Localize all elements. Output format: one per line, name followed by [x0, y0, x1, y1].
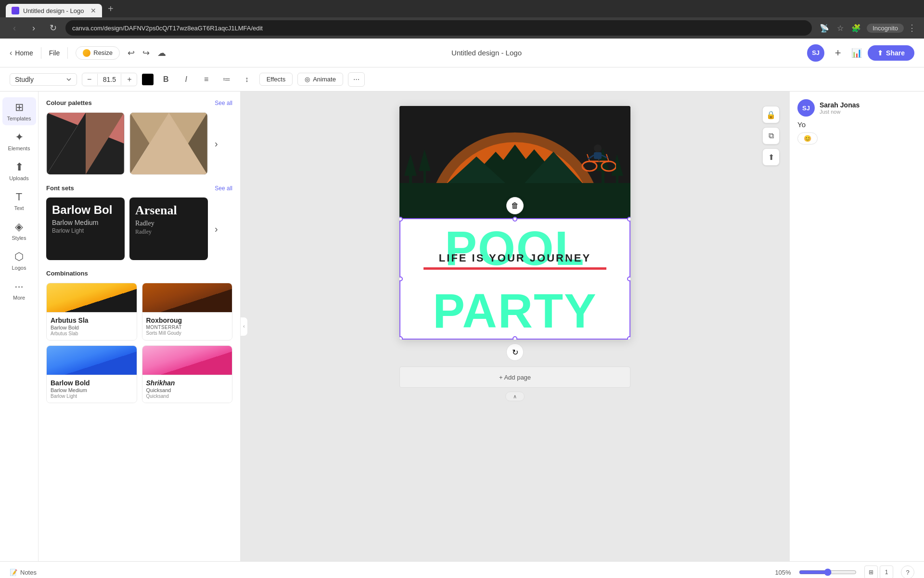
fit-view-button[interactable]: 1: [880, 565, 893, 578]
list-button[interactable]: ≔: [219, 72, 234, 87]
copy-tool-button[interactable]: ⧉: [762, 127, 780, 144]
colour-palettes-see-all[interactable]: See all: [215, 100, 232, 106]
combo-medium-3: Barlow Medium: [51, 387, 133, 393]
increase-size-button[interactable]: +: [122, 73, 136, 86]
notes-button[interactable]: 📝 Notes: [10, 569, 37, 576]
svg-point-26: [582, 161, 597, 171]
align-left-button[interactable]: ≡: [199, 72, 214, 87]
address-bar[interactable]: canva.com/design/DAFNV2ps0cQ/T17wz8eaGT6…: [65, 20, 812, 36]
sidebar-item-templates[interactable]: ⊞ Templates: [2, 97, 36, 125]
tab-title: Untitled design - Logo: [23, 7, 84, 14]
palette-svg-2: [130, 113, 207, 174]
home-button[interactable]: ‹ Home: [10, 49, 33, 57]
undo-button[interactable]: ↩: [128, 48, 135, 58]
save-button[interactable]: ☁: [157, 48, 166, 58]
lock-tool-button[interactable]: 🔒: [762, 106, 780, 123]
extensions-icon[interactable]: 🧩: [849, 22, 863, 35]
redo-button[interactable]: ↪: [142, 48, 150, 58]
add-page-button[interactable]: + Add page: [399, 367, 630, 388]
avatar-initials: SJ: [812, 49, 820, 56]
new-tab-button[interactable]: +: [104, 3, 117, 14]
toolbar-center: Untitled design - Logo: [174, 49, 799, 57]
sidebar-item-text[interactable]: T Text: [2, 187, 36, 215]
palette-card-1[interactable]: [46, 112, 125, 175]
back-button[interactable]: ‹: [8, 21, 21, 35]
browser-tab-active[interactable]: Untitled design - Logo ✕: [6, 4, 102, 17]
combo-bold-3: Barlow Bold: [51, 379, 133, 387]
colour-palettes-header: Colour palettes See all: [46, 99, 232, 106]
combo-card-shrikhan[interactable]: Shrikhan Quicksand Quicksand: [142, 345, 233, 403]
app-container: ‹ Home File Resize ↩ ↪ ☁ Untitled design…: [0, 39, 924, 578]
animate-label: Animate: [313, 76, 336, 83]
cast-icon[interactable]: 📡: [818, 22, 831, 35]
tab-close-button[interactable]: ✕: [90, 7, 96, 14]
browser-more-button[interactable]: ⋮: [908, 23, 916, 33]
combo-medium-1: Barlow Bold: [51, 325, 133, 330]
sidebar-label-text: Text: [14, 205, 24, 211]
effects-button[interactable]: Effects: [259, 73, 293, 86]
sidebar-item-elements[interactable]: ✦ Elements: [2, 127, 36, 155]
decrease-size-button[interactable]: −: [82, 73, 96, 86]
collapse-panel-button[interactable]: ‹: [240, 317, 248, 336]
sidebar-item-more[interactable]: ··· More: [2, 276, 36, 304]
canvas-area[interactable]: 🔒 ⧉ ⬆: [241, 92, 789, 561]
grid-view-button[interactable]: ⊞: [864, 565, 878, 578]
bold-button[interactable]: B: [158, 72, 174, 87]
font-sets-title: Font sets: [46, 184, 74, 192]
text-color-button[interactable]: [142, 74, 154, 85]
combo-card-roxborough[interactable]: Roxboroug MONTSERRAT Sorts Mill Goudy: [142, 283, 233, 341]
more-format-button[interactable]: ···: [348, 72, 365, 87]
combinations-section: Combinations Arbutus Sla Barlow Bold Arb…: [46, 270, 232, 403]
svg-rect-33: [594, 152, 602, 159]
forward-button[interactable]: ›: [27, 21, 40, 35]
combo-card-arbutus[interactable]: Arbutus Sla Barlow Bold Arbutus Slab: [46, 283, 137, 341]
palette-next-button[interactable]: ›: [213, 136, 220, 151]
file-button[interactable]: File: [49, 49, 60, 57]
share-button[interactable]: ⬆ Share: [868, 45, 914, 61]
uploads-icon: ⬆: [15, 161, 24, 173]
delete-element-button[interactable]: 🗑: [506, 197, 524, 214]
font-name-display: Studly: [15, 76, 34, 83]
palette-card-2[interactable]: [129, 112, 208, 175]
add-collaborator-button[interactable]: +: [830, 45, 846, 61]
combo-light-1: Arbutus Slab: [51, 331, 133, 336]
sidebar-item-styles[interactable]: ◈ Styles: [2, 217, 36, 245]
spacing-button[interactable]: ↕: [239, 72, 255, 87]
page-rotate-button[interactable]: ↻: [506, 343, 524, 361]
sidebar-item-uploads[interactable]: ⬆ Uploads: [2, 157, 36, 185]
font-sets-next-button[interactable]: ›: [213, 222, 220, 236]
colour-palettes-title: Colour palettes: [46, 99, 92, 106]
collapse-bottom-button[interactable]: ∧: [505, 392, 525, 401]
font-size-value[interactable]: 81.5: [97, 74, 121, 85]
comment-reaction-button[interactable]: 😊: [797, 132, 818, 144]
help-button[interactable]: ?: [901, 565, 914, 578]
nav-icons: 📡 ☆ 🧩 Incognito ⋮: [818, 22, 916, 35]
font-card-arsenal[interactable]: Arsenal Radley Radley: [129, 197, 208, 260]
font-family-selector[interactable]: Studly: [10, 73, 77, 86]
font-sets-see-all[interactable]: See all: [215, 185, 232, 192]
sidebar-item-logos[interactable]: ⬡ Logos: [2, 247, 36, 275]
font-card-medium-1: Barlow Medium: [52, 219, 119, 226]
page-refresh-area: ↻: [399, 343, 630, 361]
refresh-button[interactable]: ↻: [46, 21, 60, 35]
bookmark-icon[interactable]: ☆: [835, 22, 846, 35]
canvas-text-section[interactable]: POOL LIFE IS YOUR JOURNEY PARTY ↻: [399, 219, 630, 340]
analytics-button[interactable]: 📊: [851, 48, 862, 58]
animate-button[interactable]: ◎ Animate: [297, 73, 343, 86]
combo-bold-2: Roxboroug: [146, 316, 229, 324]
project-title: Untitled design - Logo: [451, 49, 522, 57]
profile-chip[interactable]: Incognito: [867, 24, 904, 33]
bottom-bar: 📝 Notes 105% ⊞ 1 ?: [0, 561, 924, 578]
combo-medium-2: MONTSERRAT: [146, 325, 229, 330]
combo-card-top-1: [47, 283, 137, 312]
combo-card-top-2: [142, 283, 232, 312]
resize-button[interactable]: Resize: [76, 46, 120, 60]
combo-light-2: Sorts Mill Goudy: [146, 330, 229, 336]
combo-card-barlow-bold[interactable]: Barlow Bold Barlow Medium Barlow Light: [46, 345, 137, 403]
italic-button[interactable]: I: [179, 72, 194, 87]
zoom-slider[interactable]: [799, 568, 857, 576]
font-card-barlow[interactable]: Barlow Bol Barlow Medium Barlow Light: [46, 197, 125, 260]
export-tool-button[interactable]: ⬆: [762, 148, 780, 166]
commenter-avatar: SJ: [797, 99, 815, 117]
user-avatar-button[interactable]: SJ: [807, 44, 824, 62]
